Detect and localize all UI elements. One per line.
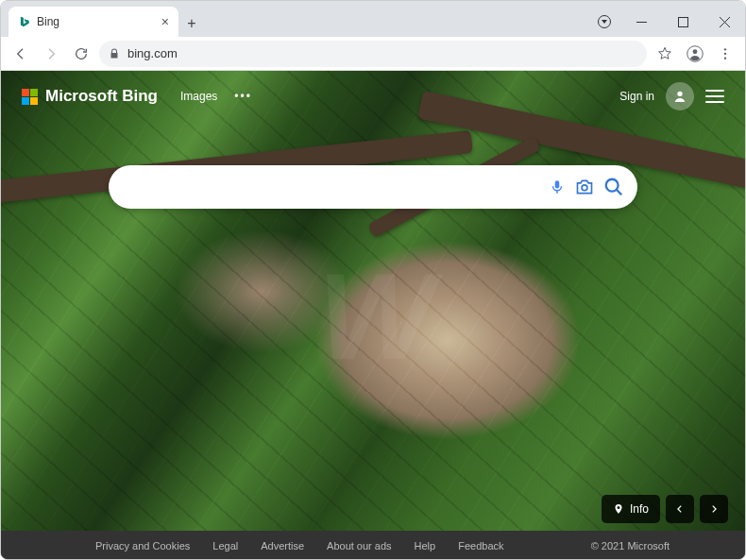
reload-button[interactable] — [69, 42, 93, 66]
new-tab-button[interactable]: + — [178, 10, 205, 37]
next-image-button[interactable] — [700, 495, 728, 523]
svg-point-6 — [677, 92, 682, 96]
chevron-left-icon — [675, 504, 685, 514]
footer-link-help[interactable]: Help — [415, 540, 436, 552]
search-input[interactable] — [127, 179, 539, 195]
site-header: Microsoft Bing Images ••• Sign in — [1, 82, 745, 110]
brand-text: Microsoft Bing — [45, 87, 158, 106]
search-button[interactable] — [603, 177, 624, 197]
hamburger-menu-button[interactable] — [705, 90, 724, 103]
svg-point-4 — [724, 52, 726, 54]
close-window-button[interactable] — [704, 7, 745, 37]
camera-icon — [575, 178, 594, 196]
back-button[interactable] — [8, 42, 33, 66]
browser-menu-button[interactable] — [713, 42, 738, 66]
footer-link-legal[interactable]: Legal — [212, 540, 238, 552]
browser-toolbar: bing.com — [1, 37, 745, 71]
search-icon — [603, 177, 624, 197]
microsoft-logo-icon — [22, 89, 38, 105]
svg-point-5 — [724, 57, 726, 59]
url-text: bing.com — [127, 46, 178, 60]
titlebar: Bing × + — [1, 1, 745, 37]
voice-search-button[interactable] — [549, 178, 566, 195]
person-icon — [672, 89, 687, 104]
background-image — [1, 71, 745, 560]
account-button[interactable] — [666, 82, 694, 110]
footer-link-advertise[interactable]: Advertise — [261, 540, 304, 552]
bing-favicon-icon — [18, 15, 31, 28]
info-button[interactable]: Info — [602, 495, 660, 523]
copyright-text: © 2021 Microsoft — [591, 540, 670, 552]
prev-image-button[interactable] — [666, 495, 694, 523]
tab-title: Bing — [37, 15, 156, 28]
footer: Privacy and Cookies Legal Advertise Abou… — [1, 531, 745, 560]
signin-link[interactable]: Sign in — [619, 90, 654, 103]
profile-icon[interactable] — [683, 42, 707, 66]
browser-tab[interactable]: Bing × — [8, 7, 178, 37]
image-search-button[interactable] — [575, 178, 594, 196]
footer-link-feedback[interactable]: Feedback — [458, 540, 503, 552]
chevron-down-icon[interactable] — [598, 15, 611, 28]
nav-more-button[interactable]: ••• — [234, 90, 252, 103]
svg-rect-7 — [555, 180, 560, 188]
maximize-button[interactable] — [662, 7, 704, 37]
svg-point-8 — [582, 185, 587, 191]
chevron-right-icon — [709, 504, 719, 514]
page-content: W Microsoft Bing Images ••• Sign in — [1, 71, 745, 560]
svg-point-2 — [693, 49, 698, 54]
svg-point-9 — [606, 179, 619, 192]
svg-rect-0 — [678, 17, 687, 26]
location-pin-icon — [613, 503, 624, 515]
minimize-button[interactable] — [620, 7, 662, 37]
lock-icon — [109, 48, 120, 59]
forward-button[interactable] — [39, 42, 63, 66]
bookmark-star-icon[interactable] — [653, 42, 677, 66]
image-controls: Info — [602, 495, 728, 523]
footer-link-about-ads[interactable]: About our ads — [327, 540, 392, 552]
microphone-icon — [549, 178, 566, 195]
svg-point-3 — [724, 48, 726, 50]
address-bar[interactable]: bing.com — [99, 41, 647, 67]
search-box — [109, 165, 637, 209]
nav-images-link[interactable]: Images — [180, 90, 217, 103]
window-controls — [598, 7, 745, 37]
footer-link-privacy[interactable]: Privacy and Cookies — [95, 540, 190, 552]
info-label: Info — [630, 502, 649, 516]
tab-close-button[interactable]: × — [161, 14, 169, 29]
